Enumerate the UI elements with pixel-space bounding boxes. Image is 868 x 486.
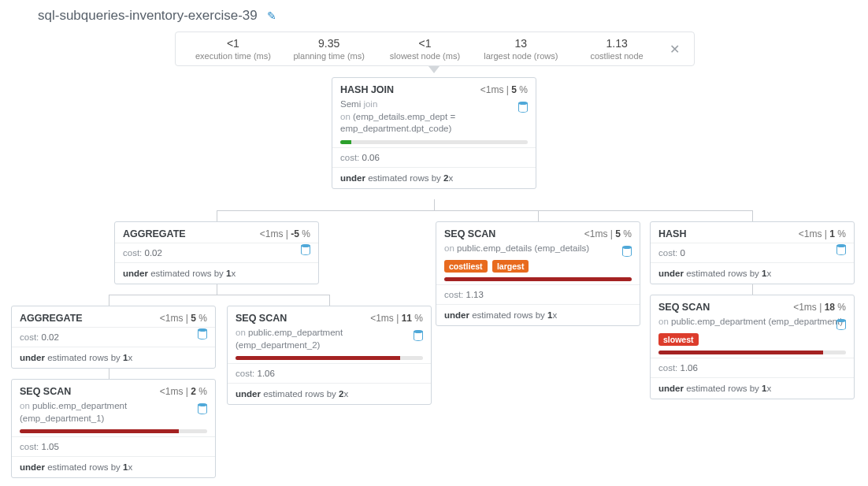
database-icon <box>198 403 207 414</box>
stat-costliest-node: 1.13 costliest node <box>569 37 665 61</box>
tag-slowest: slowest <box>658 333 699 346</box>
node-subtitle: on public.emp_details (emp_details) <box>436 243 640 260</box>
node-subtitle: on public.emp_department (emp_department… <box>228 327 431 356</box>
node-subtitle: on public.emp_department (emp_department… <box>651 316 854 333</box>
node-estimate: under estimated rows by 2x <box>228 383 431 404</box>
node-timing: <1ms | 2 % <box>160 386 207 397</box>
node-aggregate-1[interactable]: AGGREGATE <1ms | -5 % cost: 0.02 under e… <box>114 221 319 284</box>
node-seqscan-emp-department-2[interactable]: SEQ SCAN <1ms | 11 % on public.emp_depar… <box>227 306 432 405</box>
node-cost: cost: 0.02 <box>12 327 215 347</box>
node-estimate: under estimated rows by 1x <box>12 347 215 368</box>
node-timing: <1ms | 11 % <box>370 313 423 324</box>
database-icon <box>836 319 846 330</box>
stat-label: execution time (ms) <box>185 51 281 61</box>
database-icon <box>301 244 310 255</box>
node-timing: <1ms | 1 % <box>799 228 846 239</box>
node-timing: <1ms | 18 % <box>793 302 846 313</box>
connector <box>217 210 217 221</box>
arrow-down-icon <box>428 66 440 73</box>
node-seqscan-emp-department[interactable]: SEQ SCAN <1ms | 18 % on public.emp_depar… <box>650 295 855 399</box>
node-title: HASH JOIN <box>340 84 394 95</box>
node-estimate: under estimated rows by 2x <box>332 167 536 188</box>
node-seqscan-emp-department-1[interactable]: SEQ SCAN <1ms | 2 % on public.emp_depart… <box>11 379 216 478</box>
stat-label: planning time (ms) <box>281 51 377 61</box>
stat-planning-time: 9.35 planning time (ms) <box>281 37 377 61</box>
node-title: HASH <box>658 228 686 239</box>
node-estimate: under estimated rows by 1x <box>436 304 640 325</box>
node-title: AGGREGATE <box>123 228 186 239</box>
connector <box>752 210 753 221</box>
node-tags: slowest <box>651 333 854 351</box>
database-icon <box>518 102 528 113</box>
connector <box>217 210 752 211</box>
stats-bar: <1 execution time (ms) 9.35 planning tim… <box>175 32 695 66</box>
node-cost: cost: 0 <box>651 243 854 262</box>
node-subtitle: Semi join on (emp_details.emp_dept = emp… <box>332 98 536 140</box>
database-icon <box>198 328 207 339</box>
node-timing: <1ms | 5 % <box>160 313 207 324</box>
database-icon <box>836 244 846 255</box>
node-aggregate-2[interactable]: AGGREGATE <1ms | 5 % cost: 0.02 under es… <box>11 306 216 369</box>
tag-largest: largest <box>492 260 529 273</box>
stat-label: slowest node (ms) <box>377 51 473 61</box>
stat-value: <1 <box>377 37 473 50</box>
database-icon <box>414 330 423 341</box>
title-text: sql-subqueries-inventory-exercise-39 <box>38 8 258 23</box>
stat-slowest-node: <1 slowest node (ms) <box>377 37 473 61</box>
database-icon <box>622 246 632 257</box>
page-title: sql-subqueries-inventory-exercise-39 ✎ <box>38 8 276 24</box>
close-icon[interactable]: ✕ <box>665 42 684 57</box>
node-estimate: under estimated rows by 1x <box>12 456 215 477</box>
stat-label: costliest node <box>569 51 665 61</box>
stat-largest-node: 13 largest node (rows) <box>473 37 569 61</box>
connector <box>329 295 330 306</box>
node-estimate: under estimated rows by 1x <box>651 262 854 284</box>
stat-execution-time: <1 execution time (ms) <box>185 37 281 61</box>
stat-label: largest node (rows) <box>473 51 569 61</box>
node-title: SEQ SCAN <box>444 228 495 239</box>
node-hash[interactable]: HASH <1ms | 1 % cost: 0 under estimated … <box>650 221 855 284</box>
node-timing: <1ms | 5 % <box>584 228 632 239</box>
node-hash-join[interactable]: HASH JOIN <1ms | 5 % Semi join on (emp_d… <box>332 77 536 189</box>
node-seqscan-emp-details[interactable]: SEQ SCAN <1ms | 5 % on public.emp_detail… <box>436 221 640 326</box>
node-cost: cost: 1.06 <box>228 363 431 383</box>
node-cost: cost: 0.02 <box>115 243 318 262</box>
stat-value: 13 <box>473 37 569 50</box>
connector <box>752 284 753 295</box>
node-title: SEQ SCAN <box>658 302 710 313</box>
connector <box>434 199 435 210</box>
connector <box>109 295 109 306</box>
node-title: SEQ SCAN <box>236 313 287 324</box>
node-title: SEQ SCAN <box>20 386 71 397</box>
node-title: AGGREGATE <box>20 313 83 324</box>
node-cost: cost: 1.05 <box>12 436 215 456</box>
stat-value: <1 <box>185 37 281 50</box>
node-timing: <1ms | -5 % <box>260 228 310 239</box>
node-tags: costliest largest <box>436 260 640 277</box>
connector <box>538 210 539 221</box>
node-cost: cost: 1.13 <box>436 284 640 304</box>
connector <box>217 284 217 295</box>
node-estimate: under estimated rows by 1x <box>115 262 318 284</box>
node-cost: cost: 1.06 <box>651 358 854 377</box>
stat-value: 1.13 <box>569 37 665 50</box>
node-subtitle: on public.emp_department (emp_department… <box>12 400 215 429</box>
node-cost: cost: 0.06 <box>332 147 536 167</box>
node-estimate: under estimated rows by 1x <box>651 377 854 399</box>
connector <box>109 295 329 295</box>
tag-costliest: costliest <box>444 260 488 273</box>
stat-value: 9.35 <box>281 37 377 50</box>
edit-icon[interactable]: ✎ <box>267 9 276 22</box>
node-timing: <1ms | 5 % <box>480 84 528 95</box>
connector <box>109 368 109 379</box>
